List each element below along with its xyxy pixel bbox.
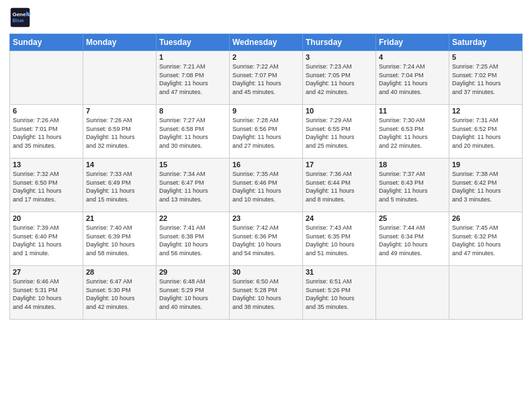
day-number: 3 (306, 53, 373, 61)
day-of-week-header: Tuesday (157, 34, 230, 51)
day-content: Sunrise: 7:28 AM Sunset: 6:56 PM Dayligh… (232, 116, 300, 150)
day-number: 19 (452, 161, 519, 169)
calendar-table: SundayMondayTuesdayWednesdayThursdayFrid… (9, 34, 523, 320)
day-number: 4 (379, 53, 446, 61)
day-content: Sunrise: 7:21 AM Sunset: 7:08 PM Dayligh… (159, 62, 226, 96)
calendar-day-cell: 9Sunrise: 7:28 AM Sunset: 6:56 PM Daylig… (230, 105, 303, 158)
day-content: Sunrise: 6:50 AM Sunset: 5:28 PM Dayligh… (232, 277, 300, 311)
day-number: 23 (232, 214, 300, 222)
calendar-day-cell: 11Sunrise: 7:30 AM Sunset: 6:53 PM Dayli… (376, 105, 449, 158)
day-number: 27 (13, 268, 80, 276)
day-content: Sunrise: 7:22 AM Sunset: 7:07 PM Dayligh… (232, 62, 300, 96)
day-number: 9 (232, 107, 300, 115)
calendar-day-cell: 23Sunrise: 7:42 AM Sunset: 6:36 PM Dayli… (230, 212, 303, 266)
day-number: 17 (306, 161, 373, 169)
day-content: Sunrise: 7:31 AM Sunset: 6:52 PM Dayligh… (452, 116, 519, 150)
day-number: 12 (452, 107, 519, 115)
day-number: 31 (306, 268, 373, 276)
day-content: Sunrise: 7:44 AM Sunset: 6:34 PM Dayligh… (379, 224, 446, 257)
calendar-week-row: 1Sunrise: 7:21 AM Sunset: 7:08 PM Daylig… (10, 51, 523, 105)
day-content: Sunrise: 7:40 AM Sunset: 6:39 PM Dayligh… (86, 224, 153, 257)
calendar-day-cell: 29Sunrise: 6:48 AM Sunset: 5:29 PM Dayli… (157, 266, 230, 320)
day-number: 14 (86, 161, 153, 169)
day-content: Sunrise: 7:30 AM Sunset: 6:53 PM Dayligh… (379, 116, 446, 150)
day-number: 25 (379, 214, 446, 222)
day-number: 20 (13, 214, 80, 222)
calendar-day-cell: 2Sunrise: 7:22 AM Sunset: 7:07 PM Daylig… (230, 51, 303, 105)
day-content: Sunrise: 7:24 AM Sunset: 7:04 PM Dayligh… (379, 62, 446, 96)
calendar-day-cell (376, 266, 449, 320)
day-content: Sunrise: 7:36 AM Sunset: 6:44 PM Dayligh… (306, 170, 373, 203)
calendar-day-cell: 10Sunrise: 7:29 AM Sunset: 6:55 PM Dayli… (303, 105, 376, 158)
day-number: 8 (159, 107, 226, 115)
day-of-week-header: Thursday (303, 34, 376, 51)
day-content: Sunrise: 7:32 AM Sunset: 6:50 PM Dayligh… (13, 170, 80, 203)
calendar-day-cell: 7Sunrise: 7:26 AM Sunset: 6:59 PM Daylig… (83, 105, 157, 158)
day-content: Sunrise: 7:33 AM Sunset: 6:49 PM Dayligh… (86, 170, 153, 203)
calendar-day-cell: 18Sunrise: 7:37 AM Sunset: 6:43 PM Dayli… (376, 158, 449, 212)
logo: General Blue (9, 7, 34, 28)
calendar-day-cell: 15Sunrise: 7:34 AM Sunset: 6:47 PM Dayli… (157, 158, 230, 212)
day-number: 13 (13, 161, 80, 169)
day-number: 29 (159, 268, 226, 276)
day-number: 30 (232, 268, 300, 276)
day-content: Sunrise: 7:37 AM Sunset: 6:43 PM Dayligh… (379, 170, 446, 203)
day-number: 28 (86, 268, 153, 276)
day-content: Sunrise: 7:27 AM Sunset: 6:58 PM Dayligh… (159, 116, 226, 150)
day-of-week-header: Wednesday (230, 34, 303, 51)
calendar-day-cell: 31Sunrise: 6:51 AM Sunset: 5:26 PM Dayli… (303, 266, 376, 320)
calendar-day-cell: 24Sunrise: 7:43 AM Sunset: 6:35 PM Dayli… (303, 212, 376, 266)
logo-icon: General Blue (9, 7, 31, 28)
day-content: Sunrise: 7:26 AM Sunset: 6:59 PM Dayligh… (86, 116, 153, 150)
day-number: 11 (379, 107, 446, 115)
day-number: 24 (306, 214, 373, 222)
calendar-body: 1Sunrise: 7:21 AM Sunset: 7:08 PM Daylig… (10, 51, 523, 320)
day-number: 1 (159, 53, 226, 61)
calendar-day-cell: 22Sunrise: 7:41 AM Sunset: 6:38 PM Dayli… (157, 212, 230, 266)
day-number: 5 (452, 53, 519, 61)
day-content: Sunrise: 7:25 AM Sunset: 7:02 PM Dayligh… (452, 62, 519, 96)
calendar-day-cell: 14Sunrise: 7:33 AM Sunset: 6:49 PM Dayli… (83, 158, 157, 212)
calendar-day-cell (83, 51, 157, 105)
calendar-day-cell: 30Sunrise: 6:50 AM Sunset: 5:28 PM Dayli… (230, 266, 303, 320)
calendar-week-row: 27Sunrise: 6:46 AM Sunset: 5:31 PM Dayli… (10, 266, 523, 320)
calendar-day-cell: 19Sunrise: 7:38 AM Sunset: 6:42 PM Dayli… (449, 158, 523, 212)
day-content: Sunrise: 7:38 AM Sunset: 6:42 PM Dayligh… (452, 170, 519, 203)
day-content: Sunrise: 6:51 AM Sunset: 5:26 PM Dayligh… (306, 277, 373, 311)
header: General Blue (9, 7, 523, 28)
day-content: Sunrise: 6:47 AM Sunset: 5:30 PM Dayligh… (86, 277, 153, 311)
day-number: 6 (13, 107, 80, 115)
calendar-day-cell: 6Sunrise: 7:26 AM Sunset: 7:01 PM Daylig… (10, 105, 83, 158)
calendar-day-cell: 8Sunrise: 7:27 AM Sunset: 6:58 PM Daylig… (157, 105, 230, 158)
day-content: Sunrise: 7:42 AM Sunset: 6:36 PM Dayligh… (232, 224, 300, 257)
calendar-week-row: 6Sunrise: 7:26 AM Sunset: 7:01 PM Daylig… (10, 105, 523, 158)
day-number: 18 (379, 161, 446, 169)
day-number: 26 (452, 214, 519, 222)
day-content: Sunrise: 7:43 AM Sunset: 6:35 PM Dayligh… (306, 224, 373, 257)
page: General Blue SundayMondayTuesdayWednesda… (0, 0, 532, 411)
day-of-week-header: Monday (83, 34, 157, 51)
day-content: Sunrise: 7:39 AM Sunset: 6:40 PM Dayligh… (13, 224, 80, 257)
day-number: 15 (159, 161, 226, 169)
calendar-day-cell: 3Sunrise: 7:23 AM Sunset: 7:05 PM Daylig… (303, 51, 376, 105)
calendar-day-cell: 13Sunrise: 7:32 AM Sunset: 6:50 PM Dayli… (10, 158, 83, 212)
calendar-day-cell: 20Sunrise: 7:39 AM Sunset: 6:40 PM Dayli… (10, 212, 83, 266)
day-content: Sunrise: 7:45 AM Sunset: 6:32 PM Dayligh… (452, 224, 519, 257)
calendar-day-cell: 12Sunrise: 7:31 AM Sunset: 6:52 PM Dayli… (449, 105, 523, 158)
day-number: 16 (232, 161, 300, 169)
calendar-day-cell: 5Sunrise: 7:25 AM Sunset: 7:02 PM Daylig… (449, 51, 523, 105)
calendar-day-cell: 28Sunrise: 6:47 AM Sunset: 5:30 PM Dayli… (83, 266, 157, 320)
day-content: Sunrise: 7:34 AM Sunset: 6:47 PM Dayligh… (159, 170, 226, 203)
calendar-day-cell: 1Sunrise: 7:21 AM Sunset: 7:08 PM Daylig… (157, 51, 230, 105)
calendar-day-cell: 26Sunrise: 7:45 AM Sunset: 6:32 PM Dayli… (449, 212, 523, 266)
svg-text:Blue: Blue (12, 17, 24, 24)
day-number: 10 (306, 107, 373, 115)
day-content: Sunrise: 7:41 AM Sunset: 6:38 PM Dayligh… (159, 224, 226, 257)
calendar-day-cell: 21Sunrise: 7:40 AM Sunset: 6:39 PM Dayli… (83, 212, 157, 266)
day-number: 7 (86, 107, 153, 115)
day-content: Sunrise: 7:23 AM Sunset: 7:05 PM Dayligh… (306, 62, 373, 96)
day-number: 21 (86, 214, 153, 222)
day-of-week-header: Saturday (449, 34, 523, 51)
day-content: Sunrise: 7:29 AM Sunset: 6:55 PM Dayligh… (306, 116, 373, 150)
calendar-day-cell: 16Sunrise: 7:35 AM Sunset: 6:46 PM Dayli… (230, 158, 303, 212)
